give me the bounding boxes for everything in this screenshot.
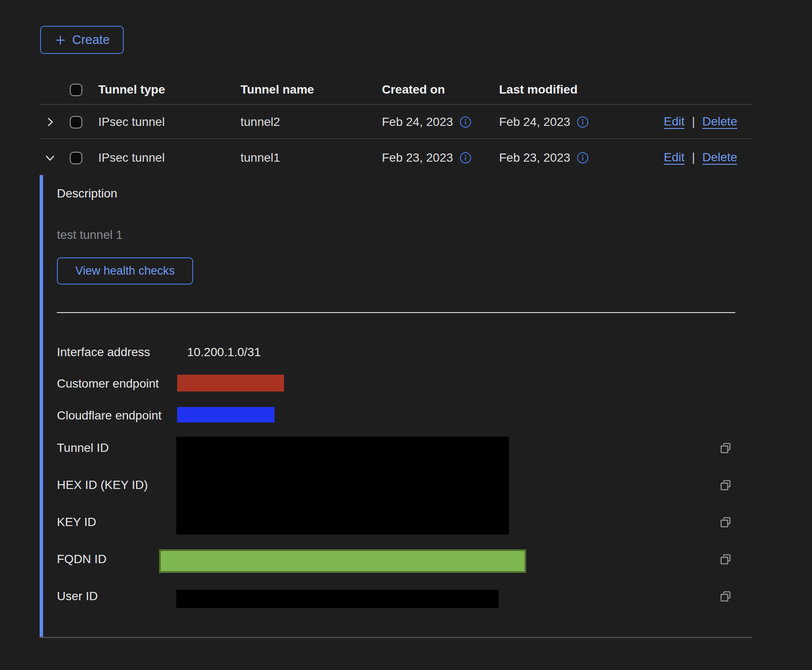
tunnel-id-label: Tunnel ID [57, 441, 109, 455]
fqdn-id-redaction [159, 549, 526, 573]
row-divider [40, 138, 752, 139]
copy-icon[interactable] [719, 441, 733, 455]
fqdn-id-label: FQDN ID [57, 552, 106, 567]
header-divider [40, 104, 752, 105]
cloudflare-endpoint-redaction [177, 407, 275, 423]
user-id-label: User ID [57, 589, 98, 604]
column-header-created-on: Created on [382, 82, 445, 97]
create-button[interactable]: Create [40, 26, 124, 54]
last-modified-cell: Feb 24, 2023 [499, 115, 570, 129]
hex-id-label: HEX ID (KEY ID) [57, 478, 148, 492]
action-separator: | [692, 115, 695, 128]
tunnels-page: Create Tunnel type Tunnel name Created o… [0, 0, 812, 670]
created-on-cell: Feb 24, 2023 [382, 115, 453, 129]
info-icon[interactable] [459, 152, 472, 164]
description-value: test tunnel 1 [57, 228, 123, 242]
panel-divider [57, 312, 735, 313]
column-header-last-modified: Last modified [499, 82, 578, 97]
row-checkbox[interactable] [70, 116, 82, 128]
ids-redaction-block [176, 437, 509, 535]
edit-link[interactable]: Edit [664, 150, 684, 164]
info-icon[interactable] [459, 116, 472, 128]
info-icon[interactable] [577, 152, 589, 164]
customer-endpoint-label: Customer endpoint [57, 376, 159, 391]
delete-link[interactable]: Delete [703, 150, 737, 164]
copy-icon[interactable] [719, 479, 733, 492]
action-separator: | [692, 150, 695, 164]
interface-address-label: Interface address [57, 345, 150, 360]
key-id-label: KEY ID [57, 515, 96, 529]
copy-icon[interactable] [719, 516, 733, 529]
interface-address-value: 10.200.1.0/31 [187, 345, 261, 360]
user-id-redaction [176, 590, 499, 608]
plus-icon [54, 34, 67, 47]
view-health-checks-label: View health checks [75, 264, 175, 278]
tunnel-type-cell: IPsec tunnel [98, 150, 165, 165]
copy-icon[interactable] [719, 590, 733, 604]
expansion-accent-bar [40, 175, 43, 637]
last-modified-cell: Feb 23, 2023 [499, 150, 570, 165]
chevron-down-icon[interactable] [44, 152, 56, 164]
cloudflare-endpoint-label: Cloudflare endpoint [57, 408, 162, 423]
created-on-cell: Feb 23, 2023 [382, 150, 453, 165]
copy-icon[interactable] [719, 553, 733, 567]
tunnel-name-cell: tunnel1 [240, 150, 280, 165]
chevron-right-icon[interactable] [44, 116, 56, 128]
column-header-tunnel-type: Tunnel type [98, 82, 165, 97]
edit-link[interactable]: Edit [664, 115, 684, 128]
info-icon[interactable] [577, 116, 589, 128]
column-header-tunnel-name: Tunnel name [240, 82, 314, 97]
delete-link[interactable]: Delete [703, 115, 737, 128]
description-label: Description [57, 186, 117, 201]
row-checkbox[interactable] [70, 152, 82, 164]
panel-bottom-divider [40, 637, 752, 638]
customer-endpoint-redaction [177, 375, 284, 391]
view-health-checks-button[interactable]: View health checks [57, 257, 193, 285]
tunnel-name-cell: tunnel2 [240, 115, 280, 129]
select-all-checkbox[interactable] [70, 84, 82, 96]
create-button-label: Create [72, 33, 109, 47]
tunnel-type-cell: IPsec tunnel [98, 115, 165, 129]
